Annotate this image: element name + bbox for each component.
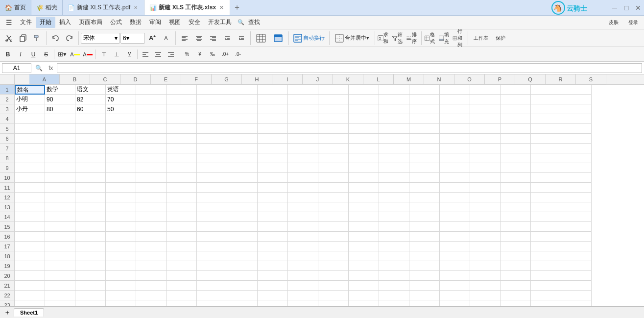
cell-J1[interactable]: [288, 85, 318, 95]
row-header-12[interactable]: 12: [0, 193, 15, 202]
cell-O23[interactable]: [440, 300, 470, 306]
cell-P2[interactable]: [470, 95, 501, 104]
cell-S15[interactable]: [561, 222, 592, 232]
cell-D16[interactable]: [106, 232, 136, 242]
cell-B2[interactable]: 90: [45, 95, 75, 104]
menu-security[interactable]: 安全: [185, 17, 204, 28]
cell-E8[interactable]: [136, 153, 167, 163]
cell-G2[interactable]: [197, 95, 227, 104]
cell-O11[interactable]: [440, 183, 470, 193]
formula-search-icon[interactable]: 🔍: [33, 65, 45, 72]
cell-format-button[interactable]: [270, 31, 286, 45]
cell-S22[interactable]: [561, 291, 592, 300]
tab-add-button[interactable]: ＋: [230, 1, 244, 15]
cell-A6[interactable]: [15, 134, 45, 144]
cell-O9[interactable]: [440, 163, 470, 173]
tab-daoke[interactable]: 🌾 稻壳: [31, 0, 63, 15]
cell-R16[interactable]: [531, 232, 561, 242]
cell-S13[interactable]: [561, 202, 592, 212]
cell-E14[interactable]: [136, 212, 167, 222]
cell-A7[interactable]: [15, 144, 45, 153]
cell-Q4[interactable]: [501, 114, 531, 124]
row-col-button[interactable]: 行和列: [452, 31, 466, 45]
cell-S11[interactable]: [561, 183, 592, 193]
cell-D14[interactable]: [106, 212, 136, 222]
cell-F21[interactable]: [167, 281, 197, 291]
cell-F4[interactable]: [167, 114, 197, 124]
cell-H11[interactable]: [227, 183, 258, 193]
row-header-1[interactable]: 1: [0, 85, 15, 95]
cell-I21[interactable]: [258, 281, 288, 291]
cell-C4[interactable]: [75, 114, 106, 124]
row-header-2[interactable]: 2: [0, 95, 15, 104]
undo-button[interactable]: [48, 31, 62, 45]
cell-P8[interactable]: [470, 153, 501, 163]
cell-S3[interactable]: [561, 104, 592, 114]
cell-O7[interactable]: [440, 144, 470, 153]
cell-O22[interactable]: [440, 291, 470, 300]
cell-A12[interactable]: [15, 193, 45, 202]
cell-I14[interactable]: [258, 212, 288, 222]
cell-L19[interactable]: [349, 261, 379, 271]
cell-E1[interactable]: [136, 85, 167, 95]
cell-B17[interactable]: [45, 242, 75, 251]
cell-D5[interactable]: [106, 124, 136, 134]
fill-button[interactable]: 填充: [438, 31, 452, 45]
cell-C19[interactable]: [75, 261, 106, 271]
cell-N23[interactable]: [409, 300, 440, 306]
col-header-R[interactable]: R: [546, 74, 576, 84]
cell-O1[interactable]: [440, 85, 470, 95]
cell-S7[interactable]: [561, 144, 592, 153]
cell-L8[interactable]: [349, 153, 379, 163]
cell-B19[interactable]: [45, 261, 75, 271]
cell-I23[interactable]: [258, 300, 288, 306]
cell-J16[interactable]: [288, 232, 318, 242]
cell-D21[interactable]: [106, 281, 136, 291]
font-color-button[interactable]: A: [82, 49, 94, 60]
cell-Q13[interactable]: [501, 202, 531, 212]
menu-view[interactable]: 视图: [165, 17, 185, 28]
cell-C1[interactable]: 语文: [75, 85, 106, 95]
cell-O6[interactable]: [440, 134, 470, 144]
cell-K17[interactable]: [318, 242, 349, 251]
cell-G19[interactable]: [197, 261, 227, 271]
cell-K14[interactable]: [318, 212, 349, 222]
cell-P1[interactable]: [470, 85, 501, 95]
row-header-15[interactable]: 15: [0, 222, 15, 232]
cell-L17[interactable]: [349, 242, 379, 251]
cell-K21[interactable]: [318, 281, 349, 291]
cell-F14[interactable]: [167, 212, 197, 222]
col-header-J[interactable]: J: [303, 74, 333, 84]
cell-I19[interactable]: [258, 261, 288, 271]
cell-C14[interactable]: [75, 212, 106, 222]
row-header-17[interactable]: 17: [0, 242, 15, 251]
cell-E19[interactable]: [136, 261, 167, 271]
menu-layout[interactable]: 页面布局: [75, 17, 106, 28]
cell-Q18[interactable]: [501, 251, 531, 261]
cell-B1[interactable]: 数学: [45, 85, 75, 95]
cell-F19[interactable]: [167, 261, 197, 271]
menu-devtools[interactable]: 开发工具: [204, 17, 236, 28]
italic-button[interactable]: I: [15, 49, 26, 60]
cell-Q15[interactable]: [501, 222, 531, 232]
cell-K1[interactable]: [318, 85, 349, 95]
cell-E12[interactable]: [136, 193, 167, 202]
cell-A22[interactable]: [15, 291, 45, 300]
cell-D23[interactable]: [106, 300, 136, 306]
cell-N1[interactable]: [409, 85, 440, 95]
cell-N10[interactable]: [409, 173, 440, 183]
cell-H20[interactable]: [227, 271, 258, 281]
cell-M21[interactable]: [379, 281, 409, 291]
cell-D7[interactable]: [106, 144, 136, 153]
cell-F22[interactable]: [167, 291, 197, 300]
fx-label[interactable]: fx: [47, 65, 55, 72]
cell-R10[interactable]: [531, 173, 561, 183]
cell-I13[interactable]: [258, 202, 288, 212]
cell-G14[interactable]: [197, 212, 227, 222]
cell-A13[interactable]: [15, 202, 45, 212]
protection-button[interactable]: 保护: [492, 31, 509, 45]
cell-G17[interactable]: [197, 242, 227, 251]
col-header-H[interactable]: H: [242, 74, 272, 84]
cell-E20[interactable]: [136, 271, 167, 281]
cell-N20[interactable]: [409, 271, 440, 281]
